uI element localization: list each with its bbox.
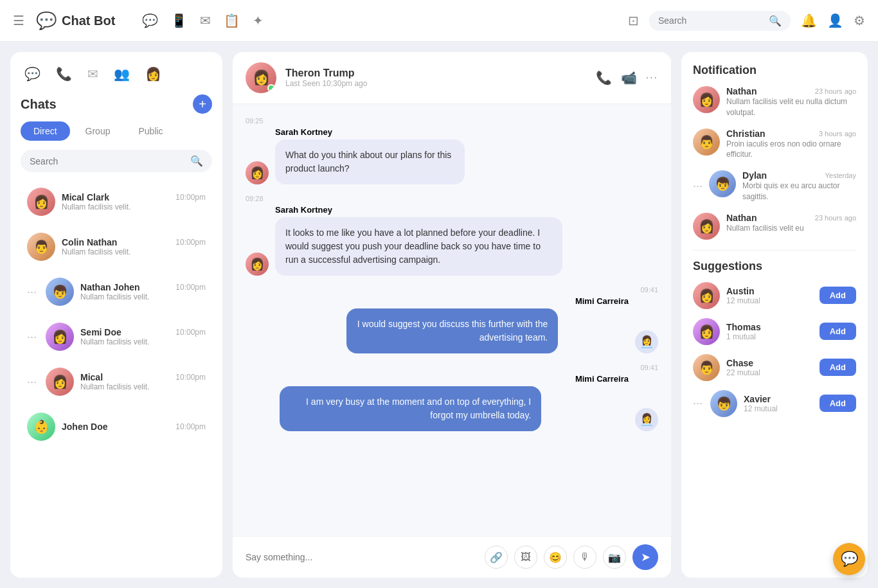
chat-item[interactable]: 👨 Colin Nathan 10:00pm Nullam facilisis … [21,226,212,267]
floating-chat-button[interactable]: 💬 [833,543,865,575]
camera-button[interactable]: 📷 [603,546,626,569]
chat-name: Mical Clark [62,192,109,202]
user-avatar-icon[interactable]: 👤 [827,13,843,28]
suggestion-avatar: 👩 [693,318,720,345]
chat-bubble-nav-icon[interactable]: 💬 [142,13,158,28]
left-panel-tab-icons: 💬 📞 ✉ 👥 👩 [21,62,212,85]
more-options-icon[interactable]: ··· [646,72,658,84]
suggestion-mutual: 12 mutual [744,404,813,413]
email-nav-icon[interactable]: ✉ [200,13,211,28]
notif-name: Nathan [726,86,757,96]
add-suggestion-button[interactable]: Add [820,287,856,304]
add-suggestion-button[interactable]: Add [820,395,856,412]
chats-header: Chats + [21,94,212,114]
suggestion-info: Xavier 12 mutual [744,394,813,413]
chat-name: Semi Doe [80,327,121,337]
suggestion-item: 👩 Austin 12 mutual Add [693,282,856,309]
chat-item[interactable]: ··· 👩 Semi Doe 10:00pm Nullam facilisis … [21,316,212,357]
image-button[interactable]: 🖼 [514,546,537,569]
suggestion-info: Chase 22 mutual [726,358,813,377]
chat-info: Nathan Johen 10:00pm Nullam facilisis ve… [80,282,206,301]
bell-icon[interactable]: 🔔 [801,13,817,28]
notif-content: Nathan 23 hours ago Nullam facilisis vel… [726,213,856,234]
message-bubble: I would suggest you discuss this further… [346,308,558,353]
settings-sliders-icon[interactable]: ⚙ [854,13,865,28]
chat-header-actions: 📞 📹 ··· [596,70,658,85]
chat-item[interactable]: ··· 👦 Nathan Johen 10:00pm Nullam facili… [21,271,212,312]
menu-icon[interactable]: ☰ [13,13,24,28]
suggestion-info: Austin 12 mutual [726,286,813,305]
notif-avatar: 👦 [709,170,736,197]
calendar-nav-icon[interactable]: 📋 [224,13,240,28]
notif-avatar: 👩 [693,86,720,113]
message-wrapper: 09:25 👩 Sarah Kortney What do you think … [246,117,658,184]
more-dots-icon[interactable]: ··· [693,179,703,193]
message-content: Mimi Carreira I would suggest you discus… [346,296,629,353]
chat-item[interactable]: 👩 Mical Clark 10:00pm Nullam facilisis v… [21,181,212,222]
phone-nav-icon[interactable]: 📱 [171,13,187,28]
notif-content: Dylan Yesterday Morbi quis ex eu arcu au… [742,170,856,202]
profile-tab-icon[interactable]: 👩 [141,62,165,85]
notif-text: Nullam facilisis velit eu nulla dictum v… [726,96,856,118]
divider [693,250,856,251]
search-box: 🔍 [649,11,791,31]
search-input[interactable] [658,15,764,26]
suggestion-mutual: 1 mutual [726,332,813,341]
add-suggestion-button[interactable]: Add [820,323,856,340]
message-content: Mimi Carreira I am very busy at the mome… [280,374,629,431]
mic-button[interactable]: 🎙 [573,546,596,569]
chat-tab-icon[interactable]: 💬 [21,62,44,85]
notif-text: Proin iaculis eros non odio ornare effic… [726,139,856,161]
chat-time: 10:00pm [175,193,206,202]
chat-item[interactable]: 👶 Johen Doe 10:00pm [21,406,212,447]
suggestions-title: Suggestions [693,260,856,273]
avatar: 👩 [27,188,55,216]
suggestion-avatar: 👦 [710,390,737,417]
phone-tab-icon[interactable]: 📞 [52,62,76,85]
video-call-icon[interactable]: 📹 [621,70,637,85]
notif-time: 23 hours ago [815,87,856,95]
add-suggestion-button[interactable]: Add [820,359,856,376]
mail-tab-icon[interactable]: ✉ [84,62,102,85]
notif-content: Nathan 23 hours ago Nullam facilisis vel… [726,86,856,118]
suggestion-name: Xavier [744,394,813,404]
phone-call-icon[interactable]: 📞 [596,70,612,85]
emoji-button[interactable]: 😊 [544,546,567,569]
chat-search-bar: 🔍 [21,150,212,172]
group-tab-icon[interactable]: 👥 [110,62,134,85]
notif-time: Yesterday [825,172,856,179]
suggestion-item: 👨 Chase 22 mutual Add [693,354,856,381]
chat-name: Mical [80,372,103,382]
chat-time: 10:00pm [175,422,206,431]
filter-tab-public[interactable]: Public [125,121,175,141]
suggestion-info: Thomas 1 mutual [726,322,813,341]
frame-icon[interactable]: ⊡ [628,13,639,28]
chat-item[interactable]: ··· 👩 Mical 10:00pm Nullam facilisis vel… [21,361,212,402]
message-bubble: What do you think about our plans for th… [275,139,465,184]
contact-status: Last Seen 10:30pm ago [285,79,587,88]
notif-name: Dylan [742,170,767,181]
chats-title: Chats [21,97,57,112]
message-sender: Sarah Kortney [275,127,528,137]
more-dots-icon: ··· [27,375,37,389]
message-avatar: 👩‍💼 [635,330,658,353]
notif-avatar: 👩 [693,213,720,240]
avatar: 👩 [46,368,74,396]
send-button[interactable]: ➤ [632,544,658,570]
star-nav-icon[interactable]: ✦ [253,13,264,28]
chat-message-input[interactable] [246,552,478,562]
avatar: 👨 [27,233,55,261]
add-chat-button[interactable]: + [193,94,212,114]
center-panel: 👩 Theron Trump Last Seen 10:30pm ago 📞 📹… [233,52,671,578]
notif-time: 3 hours ago [819,130,856,138]
filter-tab-direct[interactable]: Direct [21,121,70,141]
filter-tab-group[interactable]: Group [73,121,123,141]
notif-avatar: 👨 [693,129,720,156]
left-panel: 💬 📞 ✉ 👥 👩 Chats + Direct Group Public 🔍 … [10,52,222,578]
avatar: 👩 [46,323,74,351]
avatar: 👶 [27,413,55,441]
notification-title: Notification [693,64,856,77]
more-dots-icon: ··· [27,330,37,344]
link-button[interactable]: 🔗 [485,546,508,569]
chat-search-input[interactable] [30,156,185,166]
